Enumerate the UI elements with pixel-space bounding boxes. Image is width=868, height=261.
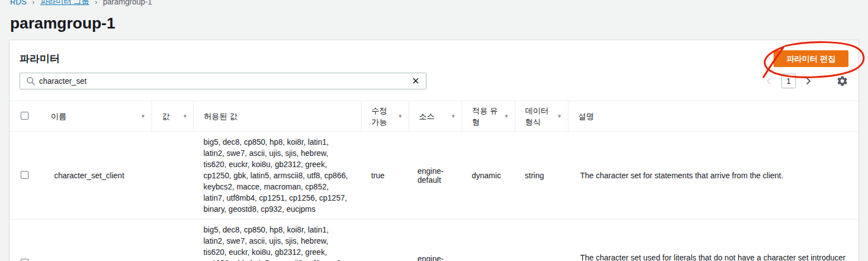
cell-data-type (515, 220, 568, 261)
parameters-table: 이름▼ 값▼ 허용된 값 수정 가능▼ 소스▼ 적용 유형▼ 데 (10, 101, 858, 261)
breadcrumb-link-parameter-groups[interactable]: 파라미터 그룹 (40, 0, 89, 7)
cell-description: The character set used for literals that… (568, 220, 858, 261)
column-label: 적용 유형 (472, 105, 501, 127)
breadcrumb-link-rds[interactable]: RDS (10, 0, 27, 6)
cell-modifiable: true (361, 132, 409, 220)
cell-parameter-name: character_set_client (41, 132, 151, 220)
column-header-name[interactable]: 이름▼ (41, 101, 151, 132)
cell-description: The character set for statements that ar… (568, 132, 858, 220)
select-all-checkbox[interactable] (21, 112, 29, 120)
column-header-data-type[interactable]: 데이터 형식▼ (515, 101, 568, 132)
column-header-modifiable[interactable]: 수정 가능▼ (361, 101, 409, 132)
cell-source: engine-default (409, 132, 462, 220)
cell-allowed-values: big5, dec8, cp850, hp8, koi8r, latin1, l… (193, 132, 361, 220)
cell-apply-type: dynamic (462, 132, 515, 220)
column-label: 데이터 형식 (525, 105, 554, 127)
cell-modifiable (361, 220, 409, 261)
column-label: 설명 (578, 111, 594, 122)
next-page-icon[interactable] (804, 77, 813, 86)
sort-caret-icon: ▼ (501, 111, 509, 122)
sort-caret-icon: ▼ (137, 111, 146, 122)
table-row: character_set_client big5, dec8, cp850, … (10, 132, 858, 220)
page-title: paramgroup-1 (10, 14, 868, 33)
cell-parameter-name (41, 220, 151, 261)
sort-caret-icon: ▼ (554, 111, 562, 122)
column-label: 값 (162, 111, 170, 122)
panel-title: 파라미터 (20, 52, 60, 65)
column-label: 이름 (51, 111, 67, 122)
previous-page-icon[interactable] (765, 77, 774, 86)
parameters-panel: 파라미터 파라미터 편집 × 1 (9, 40, 859, 261)
current-page-number[interactable]: 1 (781, 74, 796, 88)
sort-caret-icon: ▼ (179, 111, 188, 122)
column-label: 소스 (419, 111, 435, 122)
cell-data-type: string (515, 132, 568, 220)
cell-value (151, 220, 193, 261)
sort-caret-icon: ▼ (395, 111, 403, 122)
column-label: 수정 가능 (372, 105, 395, 127)
parameter-filter-search: × (20, 73, 426, 89)
cell-apply-type (462, 220, 515, 261)
column-header-description: 설명 (568, 101, 858, 132)
breadcrumb-separator-icon: › (95, 0, 97, 6)
clear-search-icon[interactable]: × (405, 75, 426, 87)
edit-parameters-button[interactable]: 파라미터 편집 (774, 50, 848, 67)
column-header-value[interactable]: 값▼ (151, 101, 193, 132)
column-header-allowed-values: 허용된 값 (193, 101, 361, 132)
table-header-row: 이름▼ 값▼ 허용된 값 수정 가능▼ 소스▼ 적용 유형▼ 데 (10, 101, 858, 132)
search-input[interactable] (39, 77, 405, 86)
settings-gear-icon[interactable] (836, 75, 848, 87)
column-label: 허용된 값 (204, 111, 238, 122)
breadcrumb-current: paramgroup-1 (103, 0, 152, 6)
column-header-apply-type[interactable]: 적용 유형▼ (462, 101, 515, 132)
table-row: big5, dec8, cp850, hp8, koi8r, latin1, l… (10, 220, 858, 261)
cell-source: engine-default (409, 220, 462, 261)
breadcrumb: RDS › 파라미터 그룹 › paramgroup-1 (10, 0, 868, 7)
row-checkbox[interactable] (21, 171, 29, 179)
sort-caret-icon: ▼ (448, 111, 456, 122)
pagination: 1 (765, 74, 848, 88)
column-header-source[interactable]: 소스▼ (409, 101, 462, 132)
cell-value (151, 132, 193, 220)
search-icon (26, 76, 36, 86)
breadcrumb-separator-icon: › (32, 0, 35, 6)
cell-allowed-values: big5, dec8, cp850, hp8, koi8r, latin1, l… (193, 220, 361, 261)
row-checkbox[interactable] (21, 259, 29, 261)
